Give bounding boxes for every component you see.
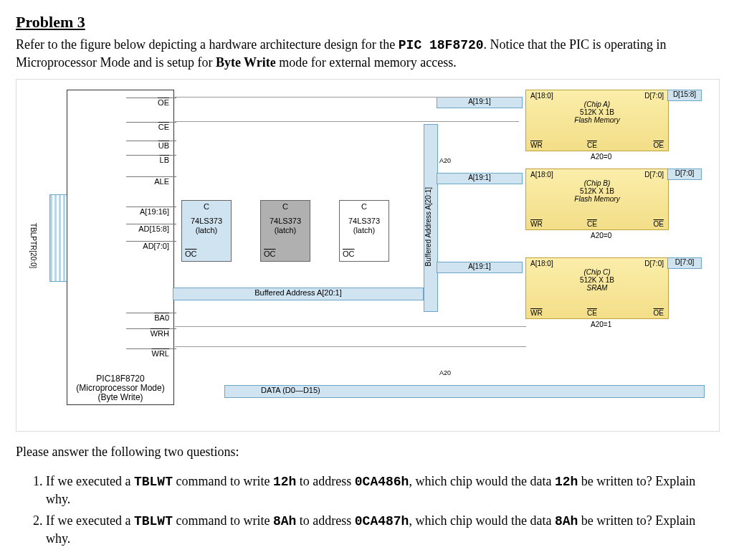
- chip-addr: A[18:0]: [530, 171, 553, 179]
- chip-ce: CE: [587, 220, 597, 228]
- pin-oe: OE: [126, 98, 176, 111]
- followup-prompt: Please answer the following two question…: [16, 445, 718, 460]
- latch-sub: (latch): [275, 226, 297, 234]
- dbus-chip-c: D[7:0]: [667, 257, 702, 269]
- intro-a: Refer to the figure below depicting a ha…: [16, 37, 399, 52]
- chip-dpin: D[7:0]: [644, 260, 664, 267]
- dbus-chip-a: D[15:8]: [667, 90, 702, 101]
- chip-type: Flash Memory: [530, 116, 664, 124]
- latch-2: C 74LS373 (latch) OC: [260, 200, 310, 262]
- chip-note: A20=0: [591, 153, 611, 161]
- chip-oe: OE: [654, 220, 664, 228]
- chip-ce: CE: [587, 309, 597, 317]
- chip-size: 512K X 1B: [530, 187, 664, 195]
- chip-note: A20=0: [591, 232, 611, 239]
- chip-wr: WR: [530, 220, 543, 228]
- intro-e: mode for external memory access.: [276, 55, 457, 70]
- q2-g: , which chip would the data: [409, 513, 554, 528]
- chip-type: Flash Memory: [530, 195, 664, 203]
- chip-ce: CE: [587, 141, 597, 149]
- latch-c: C: [340, 202, 389, 212]
- q1-val: 12h: [273, 475, 296, 489]
- q1-addr: 0CA486h: [355, 475, 409, 489]
- chip-name: (Chip C): [530, 268, 664, 276]
- pin-wrl: WRL: [126, 348, 176, 362]
- latch-name: 74LS373: [348, 217, 380, 225]
- latch-c: C: [261, 202, 310, 212]
- chip-c: A[18:0] D[7:0] (Chip C) 512K X 1B SRAM W…: [525, 257, 669, 319]
- chip-addr: A[18:0]: [530, 260, 553, 267]
- intro-part-code: PIC 18F8720: [399, 38, 484, 52]
- latch-1: C 74LS373 (latch) OC: [181, 200, 232, 262]
- pin-ale: ALE: [126, 176, 176, 190]
- pic-caption: PIC18F8720 (Microprocessor Mode) (Byte W…: [67, 374, 173, 403]
- latch-oc: OC: [185, 250, 197, 259]
- a20-node-top: A20: [439, 157, 451, 164]
- latch-sub: (latch): [196, 226, 218, 234]
- latch-name: 74LS373: [191, 217, 222, 225]
- q1-val2: 12h: [555, 475, 578, 489]
- question-list: If we executed a TBLWT command to write …: [16, 473, 718, 548]
- chip-dpin: D[7:0]: [644, 171, 664, 179]
- q1-cmd: TBLWT: [134, 475, 173, 489]
- data-bus: DATA (D0—D15): [224, 385, 705, 398]
- q2-e: to address: [296, 513, 354, 528]
- a20-node-bottom: A20: [439, 369, 451, 376]
- q1-a: If we executed a: [46, 474, 134, 488]
- pin-ce: CE: [126, 122, 176, 136]
- pin-ub: UB: [126, 141, 176, 154]
- chip-wr: WR: [530, 309, 543, 317]
- wire-wrl: [175, 346, 526, 347]
- chip-size: 512K X 1B: [530, 276, 664, 284]
- chip-a: A[18:0] D[7:0] (Chip A) 512K X 1B Flash …: [525, 90, 669, 151]
- chip-oe: OE: [654, 309, 664, 317]
- latch-oc: OC: [343, 250, 355, 259]
- chip-wr: WR: [530, 141, 543, 149]
- chip-addr: A[18:0]: [530, 92, 553, 100]
- buffered-address-label-vertical: Buffered Address A[20:1]: [424, 187, 432, 266]
- pin-ad7-0: AD[7:0]: [126, 241, 176, 255]
- pin-wrh: WRH: [126, 328, 176, 342]
- tblptr-label: TBLPTR[20:0]: [29, 223, 37, 268]
- tblptr-register-icon: [49, 194, 68, 282]
- latch-3: C 74LS373 (latch) OC: [339, 200, 389, 262]
- chip-name: (Chip B): [530, 179, 664, 187]
- wire-ce: [175, 121, 519, 122]
- pin-ba0: BA0: [126, 313, 176, 326]
- architecture-figure: TBLPTR[20:0] OE CE UB LB ALE A[19:16] AD…: [16, 79, 720, 432]
- chip-type: SRAM: [530, 284, 664, 292]
- latch-oc: OC: [264, 250, 276, 259]
- question-2: If we executed a TBLWT command to write …: [46, 512, 718, 548]
- addr-bus-chip-a: A[19:1]: [437, 97, 523, 108]
- q2-c: command to write: [173, 513, 273, 528]
- chip-b: A[18:0] D[7:0] (Chip B) 512K X 1B Flash …: [525, 169, 669, 230]
- q2-val2: 8Ah: [555, 514, 578, 528]
- chip-name: (Chip A): [530, 100, 664, 108]
- chip-size: 512K X 1B: [530, 108, 664, 116]
- chip-dpin: D[7:0]: [644, 92, 664, 100]
- pin-ad15-8: AD[15:8]: [126, 224, 176, 237]
- q1-c: command to write: [173, 474, 273, 488]
- q2-a: If we executed a: [46, 513, 134, 528]
- pin-a19-16: A[19:16]: [126, 207, 176, 220]
- pin-lb: LB: [126, 155, 176, 169]
- buffered-address-bus: Buffered Address A[20:1]: [173, 288, 424, 300]
- q1-g: , which chip would the data: [409, 474, 554, 488]
- q2-cmd: TBLWT: [134, 514, 173, 528]
- pic-microcontroller-block: OE CE UB LB ALE A[19:16] AD[15:8] AD[7:0…: [67, 90, 174, 405]
- wire-oe: [175, 97, 519, 98]
- latch-name: 74LS373: [270, 217, 301, 225]
- wire-wrh: [175, 326, 526, 327]
- q2-addr: 0CA487h: [355, 514, 409, 528]
- pic-caption-3: (Byte Write): [67, 393, 173, 402]
- dbus-chip-b: D[7:0]: [667, 169, 702, 180]
- q1-e: to address: [296, 474, 354, 488]
- chip-oe: OE: [654, 141, 664, 149]
- intro-bytewrite: Byte Write: [216, 55, 276, 70]
- latch-c: C: [182, 202, 231, 212]
- chip-note: A20=1: [591, 321, 611, 328]
- question-1: If we executed a TBLWT command to write …: [46, 473, 718, 508]
- latch-sub: (latch): [353, 226, 376, 234]
- intro-paragraph: Refer to the figure below depicting a ha…: [16, 36, 718, 72]
- q2-val: 8Ah: [273, 514, 296, 528]
